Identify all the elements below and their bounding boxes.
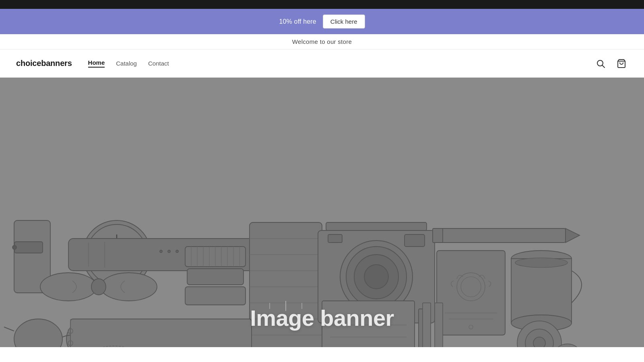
hero-banner: Image banner xyxy=(0,78,644,347)
svg-rect-52 xyxy=(328,234,342,243)
search-button[interactable] xyxy=(594,57,607,70)
svg-point-19 xyxy=(91,279,106,295)
svg-point-16 xyxy=(176,250,178,253)
svg-rect-56 xyxy=(437,251,505,335)
svg-line-1 xyxy=(603,65,605,68)
welcome-bar: Welcome to our store xyxy=(0,34,644,49)
svg-point-97 xyxy=(533,337,545,347)
svg-rect-91 xyxy=(423,303,431,347)
nav-catalog[interactable]: Catalog xyxy=(116,60,137,67)
svg-point-15 xyxy=(168,250,170,253)
svg-point-18 xyxy=(101,273,157,301)
svg-point-50 xyxy=(364,265,388,289)
svg-rect-70 xyxy=(70,319,252,347)
site-header: choicebanners Home Catalog Contact xyxy=(0,49,644,78)
nav-contact[interactable]: Contact xyxy=(148,60,169,67)
header-right xyxy=(594,57,628,70)
header-left: choicebanners Home Catalog Contact xyxy=(16,59,169,68)
cart-icon xyxy=(617,59,626,68)
svg-rect-21 xyxy=(187,269,244,285)
svg-rect-55 xyxy=(433,228,443,243)
svg-rect-45 xyxy=(326,222,427,230)
announcement-button[interactable]: Click here xyxy=(323,14,365,29)
svg-rect-22 xyxy=(185,287,246,305)
hero-banner-text: Image banner xyxy=(250,305,394,331)
svg-rect-53 xyxy=(433,228,566,243)
svg-rect-51 xyxy=(405,234,425,247)
nav-home[interactable]: Home xyxy=(88,59,105,68)
main-nav: Home Catalog Contact xyxy=(88,59,169,68)
announcement-bar: 10% off here Click here xyxy=(0,9,644,34)
svg-point-13 xyxy=(12,245,17,249)
search-icon xyxy=(596,59,605,68)
svg-point-65 xyxy=(515,258,568,267)
announcement-text: 10% off here xyxy=(279,18,316,25)
svg-rect-12 xyxy=(14,242,43,253)
brand-logo[interactable]: choicebanners xyxy=(16,59,72,68)
welcome-text: Welcome to our store xyxy=(292,38,352,45)
svg-rect-63 xyxy=(511,259,572,323)
svg-point-14 xyxy=(160,250,162,253)
os-top-bar xyxy=(0,0,644,9)
svg-point-17 xyxy=(40,273,97,301)
cart-button[interactable] xyxy=(615,57,628,70)
svg-rect-92 xyxy=(435,303,443,347)
